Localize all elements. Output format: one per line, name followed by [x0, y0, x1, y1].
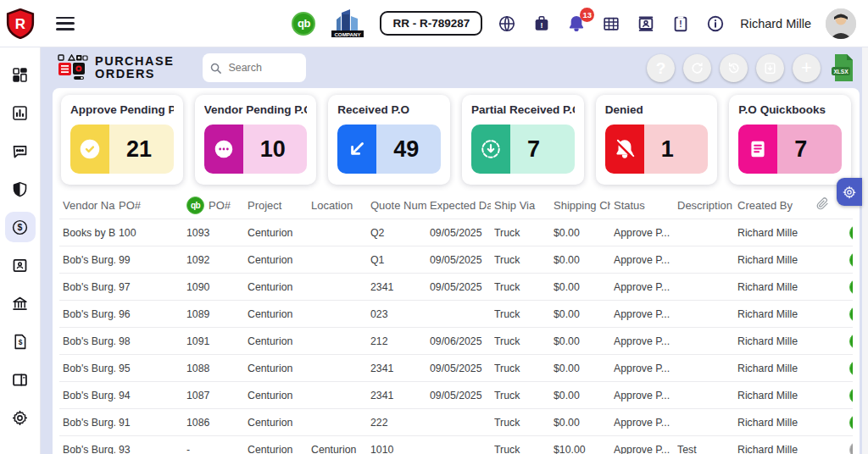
- column-header[interactable]: Location: [311, 199, 367, 212]
- action-button[interactable]: +: [793, 54, 821, 82]
- sidebar-item[interactable]: $: [5, 326, 36, 357]
- created-by-cell: Richard Mille: [737, 308, 809, 320]
- info-icon: [706, 14, 725, 33]
- avatar[interactable]: [826, 8, 856, 39]
- sidebar-item[interactable]: [5, 136, 36, 166]
- action-button[interactable]: [683, 54, 711, 82]
- card-title: Partial Received P.O: [471, 103, 575, 116]
- search-input[interactable]: [228, 62, 299, 74]
- action-button[interactable]: [720, 54, 748, 82]
- sidebar-item[interactable]: [5, 59, 36, 90]
- column-header[interactable]: Vendor Name: [63, 199, 115, 212]
- column-header[interactable]: Expected Date: [430, 199, 491, 212]
- qb-sync-cell[interactable]: qb: [849, 306, 853, 323]
- quickbooks-sync-icon[interactable]: qb: [849, 306, 853, 323]
- org-id-badge[interactable]: RR - R-789287: [380, 11, 482, 36]
- quote-number-cell: 023: [370, 308, 426, 320]
- quickbooks-sync-icon[interactable]: qb: [849, 333, 853, 350]
- quickbooks-sync-icon[interactable]: qb: [849, 414, 853, 431]
- export-xlsx-button[interactable]: XLSX: [831, 53, 856, 82]
- summary-card[interactable]: Approve Pending P.O 21: [61, 95, 183, 185]
- quickbooks-sync-icon[interactable]: qb: [849, 224, 853, 241]
- ship-via-cell: Truck: [494, 417, 550, 429]
- qb-sync-cell[interactable]: qb: [849, 441, 853, 454]
- sidebar-item[interactable]: [5, 97, 36, 128]
- scrollbar[interactable]: [862, 47, 868, 454]
- sidebar-item[interactable]: [5, 364, 36, 395]
- table-row[interactable]: Bob's Burg... 91 1086 Centurion 222 Truc…: [59, 408, 853, 435]
- qb-po-number-cell: 1092: [186, 254, 244, 266]
- summary-card[interactable]: Partial Received P.O 7: [462, 95, 584, 185]
- bell-slash-icon: [614, 138, 636, 160]
- invoice-icon: $: [11, 333, 29, 351]
- search-icon: [209, 62, 222, 75]
- table-row[interactable]: Bob's Burg... 94 1087 Centurion 2341 09/…: [59, 381, 853, 408]
- status-cell: Approve P...: [614, 281, 674, 293]
- sidebar-item[interactable]: $: [5, 212, 36, 242]
- company-logo[interactable]: COMPANY: [330, 8, 365, 40]
- expected-date-cell: 09/05/2025: [430, 281, 491, 293]
- quickbooks-icon[interactable]: qb: [292, 12, 315, 36]
- quickbooks-sync-icon[interactable]: qb: [849, 360, 853, 377]
- ship-via-cell: Truck: [494, 390, 550, 401]
- user-name[interactable]: Richard Mille: [740, 17, 811, 30]
- qb-sync-cell[interactable]: qb: [849, 387, 853, 404]
- dollar-circle-icon: $: [11, 219, 29, 236]
- card-count: 7: [527, 136, 540, 163]
- action-button[interactable]: ?: [647, 54, 675, 82]
- quickbooks-sync-icon[interactable]: qb: [849, 441, 853, 454]
- project-cell: Centurion: [248, 308, 308, 320]
- sidebar-item[interactable]: [5, 402, 36, 433]
- summary-card[interactable]: Received P.O 49: [328, 95, 450, 185]
- created-by-cell: Richard Mille: [737, 335, 809, 347]
- summary-card[interactable]: Denied 1: [596, 95, 718, 185]
- column-header[interactable]: Description: [677, 199, 734, 212]
- quickbooks-sync-icon[interactable]: qb: [849, 252, 853, 269]
- main-content: PURCHASE ORDERS ? +: [41, 47, 868, 454]
- quickbooks-sync-icon[interactable]: qb: [849, 387, 853, 404]
- column-header[interactable]: PO#: [119, 199, 183, 212]
- qb-sync-cell[interactable]: qb: [849, 360, 853, 377]
- project-cell: Centurion: [248, 227, 308, 239]
- status-cell: Approve P...: [614, 363, 674, 374]
- action-button[interactable]: [756, 54, 784, 82]
- xlsx-file-icon: XLSX: [831, 53, 856, 82]
- table-row[interactable]: Bob's Burg... 98 1091 Centurion 212 09/0…: [59, 327, 853, 354]
- svg-text:!: !: [680, 19, 682, 29]
- created-by-cell: Richard Mille: [737, 363, 809, 374]
- qb-po-number-cell: 1091: [186, 335, 244, 347]
- table-row[interactable]: Bob's Burg... 93 - Centurion Centurion 1…: [59, 435, 853, 454]
- table-row[interactable]: Books by B... 100 1093 Centurion Q2 09/0…: [59, 219, 853, 246]
- card-title: Received P.O: [337, 103, 441, 116]
- created-by-cell: Richard Mille: [737, 254, 809, 266]
- app-logo[interactable]: R: [0, 0, 41, 47]
- qb-sync-cell[interactable]: qb: [849, 252, 853, 269]
- table-settings-button[interactable]: [837, 178, 862, 206]
- column-header[interactable]: Project: [248, 199, 308, 212]
- contact-card-icon: [637, 14, 655, 33]
- qb-sync-cell[interactable]: qb: [849, 414, 853, 431]
- table-row[interactable]: Bob's Burg... 96 1089 Centurion 023 Truc…: [59, 300, 853, 327]
- qb-sync-cell[interactable]: qb: [849, 279, 853, 296]
- shipping-charge-cell: $0.00: [554, 335, 610, 347]
- table-row[interactable]: Bob's Burg... 97 1090 Centurion 2341 09/…: [59, 273, 853, 300]
- summary-card[interactable]: P.O Quickbooks 7: [729, 95, 851, 185]
- table-row[interactable]: Bob's Burg... 99 1092 Centurion Q1 09/05…: [59, 246, 853, 273]
- menu-toggle-icon[interactable]: [56, 17, 75, 30]
- sidebar-item[interactable]: [5, 174, 36, 204]
- table-row[interactable]: Bob's Burg... 95 1088 Centurion 2341 09/…: [59, 354, 853, 381]
- column-header[interactable]: Quote Number: [370, 199, 426, 212]
- column-header[interactable]: Ship Via: [494, 199, 550, 212]
- sidebar-item[interactable]: [5, 250, 36, 280]
- column-header[interactable]: Created By: [737, 199, 809, 212]
- quickbooks-sync-icon[interactable]: qb: [849, 279, 853, 296]
- qb-sync-cell[interactable]: qb: [849, 224, 853, 241]
- summary-card[interactable]: Vendor Pending P.O 10: [195, 95, 317, 185]
- vendor-name-cell: Bob's Burg...: [63, 444, 115, 454]
- column-header[interactable]: qb PO#: [186, 197, 244, 214]
- column-header[interactable]: Status: [614, 199, 674, 212]
- qb-po-number-cell: 1090: [186, 281, 244, 293]
- qb-sync-cell[interactable]: qb: [849, 333, 853, 350]
- sidebar-item[interactable]: [5, 288, 36, 318]
- column-header[interactable]: Shipping Charge: [554, 199, 610, 212]
